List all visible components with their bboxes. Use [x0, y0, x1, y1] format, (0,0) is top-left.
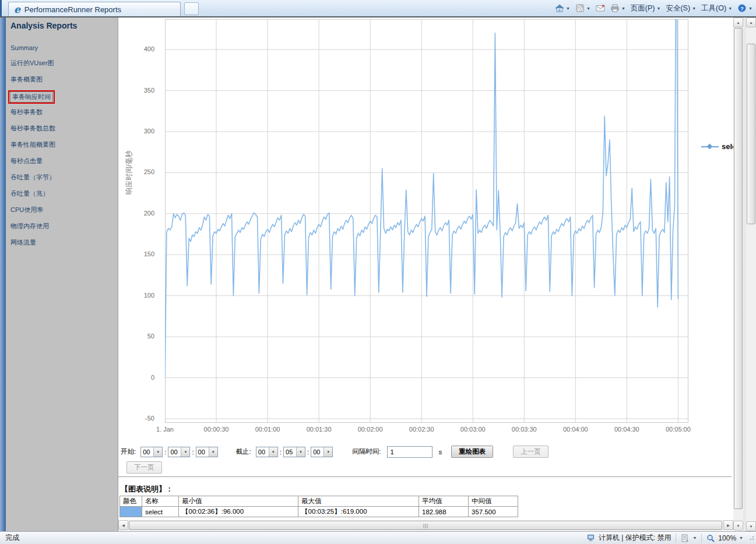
resize-grip[interactable]	[750, 536, 754, 540]
read-mail-button[interactable]	[596, 3, 605, 13]
x-tick-label: 00:03:00	[452, 426, 493, 433]
security-zone: 计算机 | 保护模式: 禁用	[587, 533, 671, 543]
browser-vertical-scrollbar[interactable]: ▲ ▼	[746, 17, 756, 531]
home-button[interactable]: ▼	[555, 3, 570, 13]
col-header-name: 名称	[142, 496, 179, 507]
compatibility-view-button[interactable]: ▼	[681, 534, 697, 542]
end-hour-value: 00	[256, 448, 269, 455]
page-tools-icon	[681, 534, 690, 542]
interval-input[interactable]	[387, 446, 432, 458]
page-menu[interactable]: 页面(P) ▼	[631, 3, 661, 13]
sidebar-item-transaction-summary[interactable]: 事务概要图	[6, 74, 118, 85]
status-right-zone: 计算机 | 保护模式: 禁用 ▼ 100% ▼	[587, 532, 754, 544]
start-hour-select[interactable]: 00▼	[140, 447, 163, 457]
sidebar-item-transactions-per-second[interactable]: 每秒事务数	[6, 107, 118, 118]
col-header-max: 最大值	[298, 496, 419, 507]
sidebar-item-throughput-mb[interactable]: 吞吐量（兆）	[6, 188, 118, 199]
command-bar: ▼ ▼ ▼ 页面(P) ▼ 安全(S) ▼ 工具(O) ▼ ? ▼	[555, 0, 753, 16]
legend-table: 颜色 名称 最小值 最大值 平均值 中间值 select 【00:02:36】:…	[119, 496, 518, 517]
y-tick-label: 250	[130, 168, 154, 175]
sidebar-item-transaction-performance-summary[interactable]: 事务性能概要图	[6, 139, 118, 150]
sidebar-item-total-transactions-per-second[interactable]: 每秒事务数总数	[6, 123, 118, 134]
svg-text:?: ?	[740, 6, 744, 12]
browser-chrome: e PerformanceRunner Reports ▼ ▼ ▼ 页面(P) …	[0, 0, 756, 17]
security-menu-caret: ▼	[692, 6, 696, 10]
x-tick-label: 00:04:30	[606, 426, 647, 433]
zoom-control[interactable]: 100% ▼	[706, 534, 743, 542]
security-menu[interactable]: 安全(S) ▼	[666, 3, 696, 13]
feeds-button[interactable]: ▼	[575, 3, 590, 13]
home-icon	[555, 3, 564, 13]
inner-vertical-scrollbar[interactable]: ▲ ▼	[733, 17, 743, 531]
y-tick-label: 50	[130, 333, 154, 340]
y-tick-label: 200	[130, 210, 154, 217]
print-dropdown-caret[interactable]: ▼	[621, 6, 625, 10]
separator-colon: :	[192, 448, 194, 455]
printer-icon	[610, 3, 620, 13]
start-second-select[interactable]: 00▼	[196, 447, 218, 457]
previous-page-button[interactable]: 上一页	[513, 446, 548, 458]
help-menu[interactable]: ? ▼	[737, 3, 753, 13]
scroll-left-arrow[interactable]: ◀	[118, 520, 128, 530]
sidebar-item-throughput-bytes[interactable]: 吞吐量（字节）	[6, 172, 118, 183]
inner-scroll-up-arrow[interactable]: ▲	[733, 17, 743, 27]
y-tick-label: 150	[130, 250, 154, 257]
redraw-chart-button[interactable]: 重绘图表	[451, 446, 493, 458]
inner-scroll-down-arrow[interactable]: ▼	[733, 521, 743, 531]
x-tick-label: 00:01:30	[298, 426, 339, 433]
home-dropdown-caret[interactable]: ▼	[566, 6, 570, 10]
sidebar-item-hits-per-second[interactable]: 每秒点击量	[6, 156, 118, 167]
series-max-cell: 【00:03:25】:619.000	[298, 507, 419, 517]
legend-series-label: select	[722, 142, 733, 151]
end-second-select[interactable]: 00▼	[311, 447, 333, 457]
chevron-down-icon[interactable]: ▼	[181, 447, 189, 457]
series-name-cell: select	[142, 507, 179, 517]
browser-vertical-scroll-thumb[interactable]	[747, 44, 755, 224]
chevron-down-icon[interactable]: ▼	[209, 447, 217, 457]
window-edge	[0, 0, 2, 16]
start-minute-select[interactable]: 00▼	[168, 447, 190, 457]
sidebar-item-physical-memory[interactable]: 物理内存使用	[6, 221, 118, 232]
report-content: 响应时间/毫秒 -50050100150200250300350400 1. J…	[118, 17, 733, 520]
horizontal-scrollbar[interactable]: ◀ ▶	[118, 520, 733, 531]
next-page-button[interactable]: 下一页	[126, 461, 162, 474]
series-min-cell: 【00:02:36】:96.000	[179, 507, 298, 517]
sidebar-item-cpu-usage[interactable]: CPU使用率	[6, 204, 118, 216]
start-label: 开始:	[121, 447, 136, 456]
browser-scroll-up-arrow[interactable]: ▲	[746, 17, 756, 27]
print-button[interactable]: ▼	[610, 3, 625, 13]
sidebar-item-summary[interactable]: Summary	[6, 43, 118, 52]
status-separator	[701, 534, 702, 543]
browser-tab[interactable]: e PerformanceRunner Reports	[8, 2, 181, 16]
sidebar-item-transaction-response-time[interactable]: 事务响应时间	[10, 92, 52, 102]
section-divider	[118, 476, 732, 477]
end-label: 截止:	[236, 447, 251, 456]
tools-menu[interactable]: 工具(O) ▼	[701, 3, 732, 13]
zoom-caret: ▼	[739, 536, 743, 540]
x-tick-label: 00:03:30	[504, 426, 544, 433]
status-separator	[676, 534, 676, 543]
chevron-down-icon[interactable]: ▼	[153, 447, 162, 457]
legend-table-data-row: select 【00:02:36】:96.000 【00:03:25】:619.…	[120, 507, 518, 517]
new-tab-button[interactable]	[184, 2, 199, 15]
time-range-controls: 开始: 00▼ : 00▼ : 00▼ 截止: 00▼ : 05▼ : 00▼ …	[121, 446, 548, 458]
start-hour-value: 00	[141, 448, 153, 455]
inner-vertical-scroll-thumb[interactable]	[734, 28, 743, 509]
status-text: 完成	[0, 533, 19, 543]
end-hour-select[interactable]: 00▼	[256, 447, 278, 457]
chevron-down-icon[interactable]: ▼	[269, 447, 277, 457]
chart-canvas	[165, 19, 688, 423]
horizontal-scroll-thumb[interactable]	[129, 521, 722, 530]
sidebar-item-network-traffic[interactable]: 网络流量	[6, 237, 118, 248]
pager-row: 下一页	[126, 461, 162, 474]
browser-scroll-down-arrow[interactable]: ▼	[746, 521, 756, 531]
tab-title: PerformanceRunner Reports	[24, 5, 121, 14]
sidebar-item-running-vusers[interactable]: 运行的VUser图	[6, 58, 118, 69]
chevron-down-icon[interactable]: ▼	[296, 447, 305, 457]
chevron-down-icon[interactable]: ▼	[324, 447, 332, 457]
feeds-dropdown-caret[interactable]: ▼	[586, 6, 590, 10]
legend-table-header-row: 颜色 名称 最小值 最大值 平均值 中间值	[120, 496, 518, 507]
rss-icon	[575, 3, 585, 13]
end-minute-select[interactable]: 05▼	[283, 447, 305, 457]
scroll-right-arrow[interactable]: ▶	[723, 520, 733, 530]
